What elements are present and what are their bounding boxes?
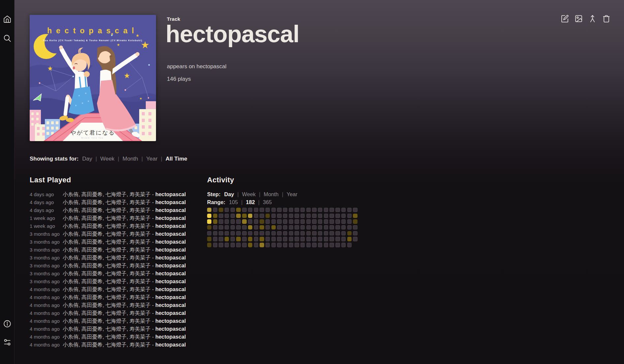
stats-for-option-all-time[interactable]: All Time [166,156,187,162]
main-content: やがて君になる Bloom Into You [15,0,624,364]
played-timestamp: 3 months ago [30,278,63,286]
stats-for-option-day[interactable]: Day [82,156,92,162]
range-option-365[interactable]: 365 [263,199,272,205]
activity-cell [283,208,287,212]
activity-cell [219,214,223,218]
track-link[interactable]: hectopascal [155,342,186,348]
artist-links[interactable]: 小糸侑, 高田憂希, 七海燈子, 寿美菜子 [63,287,151,292]
artist-links[interactable]: 小糸侑, 高田憂希, 七海燈子, 寿美菜子 [63,279,151,284]
track-link[interactable]: hectopascal [155,223,186,229]
track-link[interactable]: hectopascal [155,207,186,213]
artist-links[interactable]: 小糸侑, 高田憂希, 七海燈子, 寿美菜子 [63,302,151,308]
activity-cell [283,231,287,235]
activity-cell [306,225,311,229]
activity-cell [289,243,293,247]
artist-links[interactable]: 小糸侑, 高田憂希, 七海燈子, 寿美菜子 [63,239,151,245]
track-link[interactable]: hectopascal [155,239,186,245]
activity-cell [295,243,299,247]
range-option-182[interactable]: 182 [246,199,255,205]
stats-for-option-week[interactable]: Week [100,156,114,162]
artist-links[interactable]: 小糸侑, 高田憂希, 七海燈子, 寿美菜子 [63,255,151,260]
merge-icon [588,15,597,23]
activity-cell [283,237,287,241]
played-timestamp: 3 months ago [30,230,63,238]
track-link[interactable]: hectopascal [155,255,186,260]
artist-links[interactable]: 小糸侑, 高田憂希, 七海燈子, 寿美菜子 [63,334,151,340]
track-link[interactable]: hectopascal [155,302,186,308]
settings-sliders-icon [3,338,12,347]
art-subtitle: Yuu Koito (CV:Yuuki Takada) & Touko Nana… [43,39,142,42]
artist-links[interactable]: 小糸侑, 高田憂希, 七海燈子, 寿美菜子 [63,271,151,276]
artist-links[interactable]: 小糸侑, 高田憂希, 七海燈子, 寿美菜子 [63,326,151,332]
track-link[interactable]: hectopascal [155,247,186,253]
album-link[interactable]: hectopascal [197,63,227,70]
artist-links[interactable]: 小糸侑, 高田憂希, 七海燈子, 寿美菜子 [63,310,151,316]
stats-for-option-month[interactable]: Month [123,156,138,162]
step-separator: | [237,191,239,197]
artist-links[interactable]: 小糸侑, 高田憂希, 七海燈子, 寿美菜子 [63,318,151,324]
nav-info-button[interactable] [3,319,12,328]
activity-cell [265,208,270,212]
track-link[interactable]: hectopascal [155,334,186,340]
track-link[interactable]: hectopascal [155,318,186,324]
nav-search-button[interactable] [3,34,12,43]
activity-cell [277,237,281,241]
artist-links[interactable]: 小糸侑, 高田憂希, 七海燈子, 寿美菜子 [63,223,151,229]
art-sign-subtext: Bloom Into You [81,137,104,139]
artist-links[interactable]: 小糸侑, 高田憂希, 七海燈子, 寿美菜子 [63,294,151,300]
track-link[interactable]: hectopascal [155,310,186,316]
track-link[interactable]: hectopascal [155,231,186,237]
stats-for-option-year[interactable]: Year [146,156,157,162]
nav-home-button[interactable] [3,15,12,23]
step-option-month[interactable]: Month [264,191,278,197]
activity-cell [353,219,357,224]
activity-cell [335,219,340,224]
artist-links[interactable]: 小糸侑, 高田憂希, 七海燈子, 寿美菜子 [63,231,151,237]
step-option-year[interactable]: Year [287,191,297,197]
track-link[interactable]: hectopascal [155,263,186,268]
activity-cell [260,237,264,241]
activity-cell [341,231,346,235]
delete-button[interactable] [602,15,610,23]
track-link[interactable]: hectopascal [155,326,186,332]
activity-cell [329,237,334,241]
range-option-105[interactable]: 105 [229,199,238,205]
played-timestamp: 4 months ago [30,325,63,333]
activity-cell [260,208,264,212]
track-link[interactable]: hectopascal [155,271,186,276]
activity-cell [312,243,316,247]
artist-links[interactable]: 小糸侑, 高田憂希, 七海燈子, 寿美菜子 [63,207,151,213]
artist-links[interactable]: 小糸侑, 高田憂希, 七海燈子, 寿美菜子 [63,192,151,197]
track-link[interactable]: hectopascal [155,279,186,284]
nav-settings-button[interactable] [3,338,12,347]
activity-cell [283,243,287,247]
activity-cell [324,214,328,218]
activity-cell [341,219,346,224]
activity-cell [219,231,223,235]
artist-links[interactable]: 小糸侑, 高田憂希, 七海燈子, 寿美菜子 [63,247,151,253]
activity-cell [265,237,270,241]
activity-cell [207,225,211,229]
activity-cell [277,231,281,235]
artist-links[interactable]: 小糸侑, 高田憂希, 七海燈子, 寿美菜子 [63,263,151,268]
track-link[interactable]: hectopascal [155,294,186,300]
activity-cell [254,208,258,212]
artist-track-separator: - [151,326,155,332]
appears-on-prefix: appears on [167,63,195,70]
artist-links[interactable]: 小糸侑, 高田憂希, 七海燈子, 寿美菜子 [63,342,151,348]
last-played-row: 4 months ago小糸侑, 高田憂希, 七海燈子, 寿美菜子 - hect… [30,341,195,349]
change-image-button[interactable] [575,15,583,23]
step-option-week[interactable]: Week [242,191,256,197]
step-option-day[interactable]: Day [224,191,234,197]
track-link[interactable]: hectopascal [155,199,186,205]
track-link[interactable]: hectopascal [155,287,186,292]
track-link[interactable]: hectopascal [155,215,186,221]
artist-links[interactable]: 小糸侑, 高田憂希, 七海燈子, 寿美菜子 [63,199,151,205]
last-played-row: 4 days ago小糸侑, 高田憂希, 七海燈子, 寿美菜子 - hectop… [30,206,195,214]
edit-button[interactable] [561,15,569,23]
artist-links[interactable]: 小糸侑, 高田憂希, 七海燈子, 寿美菜子 [63,215,151,221]
activity-cell [271,243,276,247]
track-link[interactable]: hectopascal [155,192,186,197]
activity-cell [207,219,211,224]
merge-button[interactable] [588,15,597,23]
